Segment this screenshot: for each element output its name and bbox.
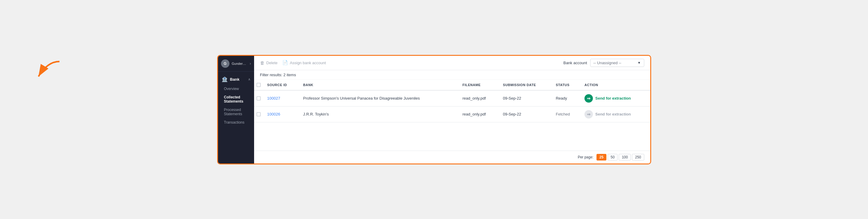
sidebar-item-processed-statements[interactable]: Processed Statements [218,106,254,118]
row-filename: read_only.pdf [458,106,499,122]
table-row: 100027 Professor Simpson's Universal Pan… [254,90,650,107]
pagination-buttons: 2550100250 [596,154,644,160]
delete-label: Delete [267,61,278,65]
pagination-btn-50[interactable]: 50 [608,154,618,160]
bank-account-select[interactable]: -- Unassigned -- ▼ [590,59,644,67]
document-icon: 📄 [282,60,288,65]
col-filename: FILENAME [458,80,499,90]
pagination-btn-100[interactable]: 100 [619,154,631,160]
sidebar-items: Overview Collected Statements Processed … [218,84,254,126]
sidebar-item-transactions[interactable]: Transactions [218,118,254,126]
extraction-label: Send for extraction [595,96,631,101]
sidebar-item-collected-statements[interactable]: Collected Statements [218,93,254,106]
company-name: Gunderson Accou... [232,62,247,65]
row-submission-date: 09-Sep-22 [499,106,552,122]
filter-results-text: Filter results: 2 items [260,73,296,77]
pagination-label: Per page: [578,155,593,159]
app-container: G Gunderson Accou... › 🏦 Bank ∧ Overview… [217,55,651,165]
table-container: SOURCE ID BANK FILENAME SUBMISSION DATE … [254,80,650,151]
row-checkbox-cell [254,106,263,122]
extraction-label: Send for extraction [595,112,631,116]
delete-action[interactable]: 🗑 Delete [260,60,278,65]
avatar: G [221,60,229,68]
statements-table: SOURCE ID BANK FILENAME SUBMISSION DATE … [254,80,650,122]
sidebar-nav: 🏦 Bank ∧ Overview Collected Statements P… [218,72,254,129]
col-source-id: SOURCE ID [263,80,299,90]
source-id-link[interactable]: 100027 [267,96,280,101]
row-checkbox[interactable] [256,96,261,101]
col-bank: BANK [299,80,458,90]
pagination: Per page: 2550100250 [254,151,650,163]
row-status: Ready [552,90,580,107]
filter-bar: Filter results: 2 items [254,70,650,80]
col-status: STATUS [552,80,580,90]
toolbar-left: 🗑 Delete 📄 Assign bank account [260,60,557,65]
row-action-cell: ⇒ Send for extraction [580,106,650,122]
extraction-icon: ⇒ [585,110,593,118]
select-all-checkbox[interactable] [256,83,261,87]
bank-icon: 🏦 [222,76,228,82]
bank-account-value: -- Unassigned -- [593,61,621,65]
row-checkbox[interactable] [256,112,261,116]
pagination-btn-250[interactable]: 250 [632,154,644,160]
table-header-row: SOURCE ID BANK FILENAME SUBMISSION DATE … [254,80,650,90]
section-collapse-icon: ∧ [248,77,250,81]
extraction-icon: ⇒ [585,94,593,103]
row-action-cell: ⇒ Send for extraction [580,90,650,107]
row-filename: read_only.pdf [458,90,499,107]
row-source-id: 100027 [263,90,299,107]
select-chevron-icon: ▼ [638,61,641,65]
bank-account-label: Bank account [563,61,587,65]
send-for-extraction-btn: ⇒ Send for extraction [585,110,646,118]
row-checkbox-cell [254,90,263,107]
col-action: ACTION [580,80,650,90]
row-status: Fetched [552,106,580,122]
row-submission-date: 09-Sep-22 [499,90,552,107]
pagination-btn-25[interactable]: 25 [596,154,607,160]
main-content: 🗑 Delete 📄 Assign bank account Bank acco… [254,56,650,163]
assign-bank-label: Assign bank account [290,61,326,65]
toolbar-right: Bank account -- Unassigned -- ▼ [563,59,644,67]
sidebar-item-overview[interactable]: Overview [218,84,254,93]
send-for-extraction-btn[interactable]: ⇒ Send for extraction [585,94,646,103]
company-chevron-icon: › [250,62,251,66]
sidebar-bank-section[interactable]: 🏦 Bank ∧ [218,74,254,84]
toolbar: 🗑 Delete 📄 Assign bank account Bank acco… [254,56,650,70]
row-source-id: 100026 [263,106,299,122]
row-bank: Professor Simpson's Universal Panacea fo… [299,90,458,107]
row-bank: J.R.R. Toykin's [299,106,458,122]
table-row: 100026 J.R.R. Toykin's read_only.pdf 09-… [254,106,650,122]
sidebar: G Gunderson Accou... › 🏦 Bank ∧ Overview… [218,56,254,163]
assign-bank-action[interactable]: 📄 Assign bank account [282,60,326,65]
sidebar-header[interactable]: G Gunderson Accou... › [218,56,254,72]
col-submission-date: SUBMISSION DATE [499,80,552,90]
header-checkbox-col [254,80,263,90]
sidebar-section-label: Bank [230,77,246,82]
source-id-link[interactable]: 100026 [267,112,280,116]
trash-icon: 🗑 [260,60,265,65]
